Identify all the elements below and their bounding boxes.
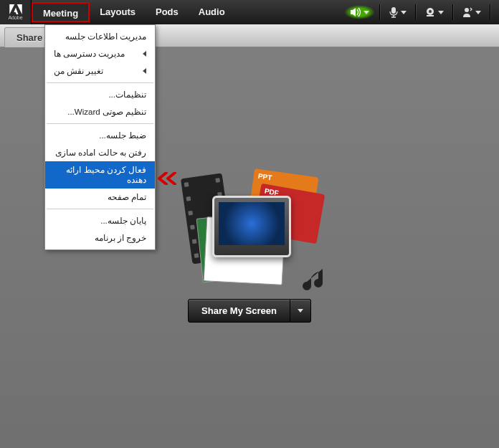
dropdown-separator xyxy=(47,123,153,124)
person-status-icon xyxy=(462,6,473,18)
svg-point-2 xyxy=(429,10,432,13)
chevron-down-icon xyxy=(438,11,444,14)
webcam-icon xyxy=(424,7,436,17)
share-button-group: Share My Screen xyxy=(188,299,311,323)
menu-item-audio[interactable]: Audio xyxy=(189,2,235,22)
adobe-logo[interactable]: Adobe xyxy=(0,0,32,24)
menu-item-pods[interactable]: Pods xyxy=(146,2,189,22)
microphone-icon xyxy=(389,6,399,18)
chevron-down-icon xyxy=(363,11,369,14)
monitor-icon xyxy=(212,196,291,257)
adobe-label: Adobe xyxy=(8,15,22,20)
dd-item-full-screen[interactable]: تمام صفحه xyxy=(45,189,155,206)
dd-item-record-meeting[interactable]: ضبط جلسه... xyxy=(45,127,155,144)
double-chevron-left-icon xyxy=(158,172,178,185)
dd-item-exit[interactable]: خروج از برنامه xyxy=(45,229,155,247)
menu-item-layouts[interactable]: Layouts xyxy=(90,2,146,22)
annotation-arrows xyxy=(158,172,178,185)
microphone-button[interactable] xyxy=(384,4,411,20)
dd-item-enable-presenter[interactable]: فعال کردن محیط ارائه دهنده xyxy=(45,161,155,189)
menubar-right xyxy=(344,4,499,20)
share-my-screen-dropdown[interactable] xyxy=(290,299,311,323)
dd-item-manage-access[interactable]: مدیریت دسترسی ها xyxy=(45,45,155,62)
adobe-icon xyxy=(9,4,22,14)
speaker-button[interactable] xyxy=(344,5,375,19)
dropdown-separator xyxy=(47,82,153,83)
dd-item-end-meeting[interactable]: پایان جلسه... xyxy=(45,212,155,229)
webcam-button[interactable] xyxy=(420,5,448,19)
chevron-down-icon xyxy=(401,11,407,14)
svg-rect-0 xyxy=(391,7,396,14)
dropdown-separator xyxy=(47,209,153,209)
dd-item-manage-meeting-info[interactable]: مدیریت اطلاعات جلسه xyxy=(45,28,155,45)
menubar: Adobe Meeting Layouts Pods Audio xyxy=(0,0,499,24)
share-media-graphic: PPT PDF xyxy=(178,173,321,287)
status-button[interactable] xyxy=(457,4,485,20)
menu-items: Meeting Layouts Pods Audio xyxy=(32,0,235,24)
svg-point-4 xyxy=(465,8,469,12)
chevron-down-icon xyxy=(475,11,481,14)
chevron-down-icon xyxy=(298,309,303,313)
dd-item-prepare-mode[interactable]: رفتن به حالت اماده سازی xyxy=(45,144,155,161)
share-my-screen-button[interactable]: Share My Screen xyxy=(188,299,290,323)
dd-item-change-my-role[interactable]: تغییر نقش من xyxy=(45,62,155,80)
dd-item-audio-wizard[interactable]: تنظیم صوتی Wizard... xyxy=(45,103,155,120)
svg-rect-3 xyxy=(427,15,434,16)
meeting-dropdown: مدیریت اطلاعات جلسه مدیریت دسترسی ها تغی… xyxy=(44,24,156,250)
speaker-icon xyxy=(350,7,361,17)
menu-item-meeting[interactable]: Meeting xyxy=(32,2,90,22)
dd-item-preferences[interactable]: تنظیمات... xyxy=(45,86,155,103)
music-note-icon xyxy=(303,266,328,292)
